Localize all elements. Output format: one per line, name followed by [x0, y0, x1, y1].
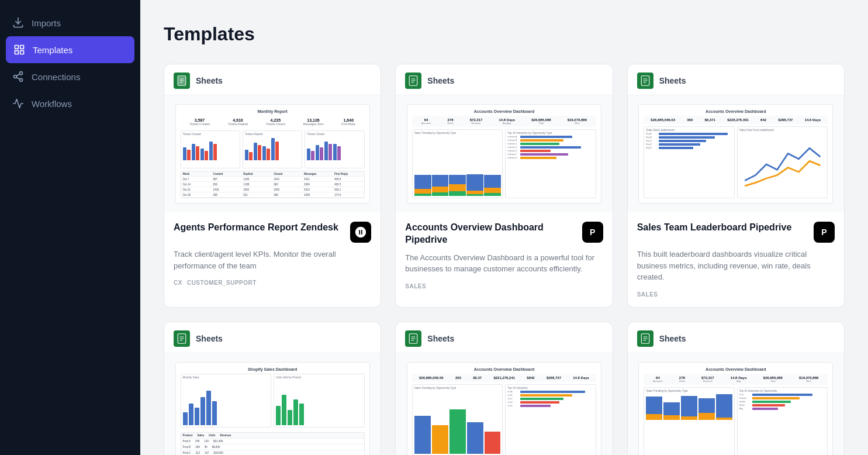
sheets-icon [174, 330, 190, 347]
card-preview: Monthly Report 3,587Tickets Created 4,91… [164, 95, 381, 212]
card-title: Accounts Overview Dashboard Pipedrive [405, 222, 577, 246]
preview-kpis: $26,685,000.00 203 $6.37 $221,276,241 $8… [412, 374, 596, 382]
sidebar: Imports Templates Connections Workflows [0, 0, 140, 455]
sidebar-item-workflows[interactable]: Workflows [0, 90, 140, 117]
sidebar-item-connections[interactable]: Connections [0, 63, 140, 90]
template-card-accounts-overview-2[interactable]: Sheets Accounts Overview Dashboard $26,6… [395, 322, 613, 456]
sidebar-item-label: Workflows [32, 99, 72, 109]
preview-charts: Sales Trending by Opportunity Type [412, 129, 596, 198]
preview-charts: Sales Trending by Opportunity Type [644, 387, 828, 456]
card-badge: Sheets [427, 76, 454, 85]
template-card-accounts-overview[interactable]: Sheets Accounts Overview Dashboard 64Acc… [395, 64, 613, 308]
card-header: Sheets [628, 64, 844, 95]
card-preview: Accounts Overview Dashboard $26,685,000.… [396, 353, 612, 456]
card-description: Track client/agent level KPIs. Monitor t… [174, 249, 371, 271]
preview-title: Shopify Sales Dashboard [181, 367, 365, 371]
preview-stats: 3,587Tickets Created 4,910Tickets Replie… [181, 116, 365, 128]
svg-rect-1 [20, 46, 24, 49]
zendesk-icon [350, 222, 371, 243]
main-content: Templates Sheets Monthly Report 3,587Tic… [140, 0, 868, 455]
card-description: The Accounts Overview Dashboard is a pow… [405, 252, 603, 275]
workflows-icon [12, 97, 25, 110]
templates-icon [13, 43, 26, 56]
card-title: Agents Performance Report Zendesk [174, 222, 338, 234]
card-badge: Sheets [196, 76, 223, 85]
preview-charts: Sales Trending by Opportunity Type [412, 384, 596, 456]
svg-rect-2 [15, 51, 19, 54]
sidebar-item-label: Connections [32, 72, 80, 82]
preview-title: Accounts Overview Dashboard [412, 109, 596, 113]
svg-rect-3 [20, 51, 24, 54]
sheets-icon [637, 73, 653, 89]
card-header: Sheets [396, 322, 612, 353]
card-header: Sheets [628, 322, 844, 353]
card-preview: Accounts Overview Dashboard 64Accounts 2… [628, 353, 844, 456]
preview-title: Accounts Overview Dashboard [412, 367, 596, 371]
card-tag: CUSTOMER_SUPPORT [187, 280, 257, 286]
sidebar-item-label: Templates [33, 45, 72, 55]
card-preview: Shopify Sales Dashboard Monthly Sales [164, 353, 381, 456]
card-header: Sheets [164, 64, 381, 95]
template-grid: Sheets Monthly Report 3,587Tickets Creat… [164, 64, 845, 455]
import-icon [12, 16, 25, 29]
card-tags: SALES [405, 283, 603, 289]
sidebar-item-imports[interactable]: Imports [0, 9, 140, 36]
template-card-sales-leaderboard[interactable]: Sheets Accounts Overview Dashboard $26,6… [627, 64, 845, 308]
connections-icon [12, 70, 25, 83]
preview-kpis: 64Accounts 278Deals $72,317Revenue 14.8 … [644, 374, 828, 385]
card-tag: SALES [405, 283, 426, 289]
card-badge: Sheets [659, 76, 686, 85]
card-description: This built leaderboard dashboards visual… [637, 249, 835, 283]
preview-title: Monthly Report [181, 109, 365, 113]
svg-rect-0 [15, 46, 19, 49]
pipedrive-icon: P [814, 222, 835, 243]
card-title: Sales Team Leaderboard Pipedrive [637, 222, 792, 234]
card-preview: Accounts Overview Dashboard 64Accounts 2… [396, 95, 612, 212]
sidebar-item-templates[interactable]: Templates [6, 36, 134, 63]
preview-kpis: $26,685,046.03 360 $6,371 $228,276.391 8… [644, 116, 828, 124]
card-info: Accounts Overview Dashboard Pipedrive P … [396, 212, 612, 299]
mock-table: WeekCreatedRepliedClosedMessagesFirst Re… [181, 171, 365, 198]
card-tags: CX CUSTOMER_SUPPORT [174, 280, 371, 286]
card-header: Sheets [164, 322, 381, 353]
card-badge: Sheets [659, 334, 686, 343]
sheets-icon [405, 73, 421, 89]
card-badge: Sheets [196, 334, 223, 343]
preview-title: Accounts Overview Dashboard [644, 109, 828, 113]
svg-line-7 [16, 77, 20, 79]
preview-title: Accounts Overview Dashboard [644, 367, 828, 371]
card-badge: Sheets [427, 334, 454, 343]
sheets-icon [637, 330, 653, 347]
page-title: Templates [164, 23, 845, 45]
pipedrive-icon: P [582, 222, 603, 243]
card-preview: Accounts Overview Dashboard $26,685,046.… [628, 95, 844, 212]
card-tag: CX [174, 280, 182, 286]
preview-kpis: 64Accounts 278Deals $72,317Revenue 14.8 … [412, 116, 596, 127]
sidebar-item-label: Imports [32, 18, 61, 28]
sheets-icon [174, 73, 190, 89]
sheets-icon [405, 330, 421, 347]
card-header: Sheets [396, 64, 612, 95]
template-card-shopify[interactable]: Sheets Shopify Sales Dashboard Monthly S… [164, 322, 381, 456]
preview-charts: Sales Deal Leaderboard Rep A Rep B Rep C… [644, 126, 828, 198]
svg-line-8 [16, 74, 20, 75]
card-tags: SALES [637, 291, 835, 298]
template-card-accounts-overview-3[interactable]: Sheets Accounts Overview Dashboard 64Acc… [627, 322, 845, 456]
card-tag: SALES [637, 291, 658, 298]
preview-charts: Monthly Sales [181, 374, 365, 428]
card-info: Agents Performance Report Zendesk Track … [164, 212, 381, 295]
card-info: Sales Team Leaderboard Pipedrive P This … [628, 212, 844, 307]
template-card-agents-performance[interactable]: Sheets Monthly Report 3,587Tickets Creat… [164, 64, 381, 308]
